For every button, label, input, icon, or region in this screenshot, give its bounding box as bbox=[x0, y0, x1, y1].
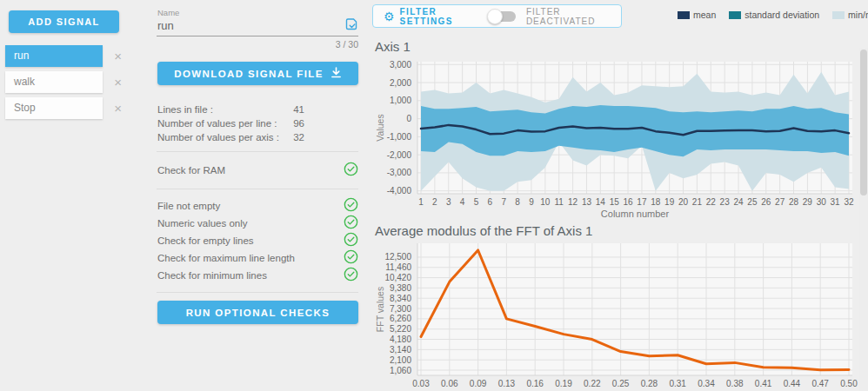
svg-text:-4,000: -4,000 bbox=[387, 186, 412, 196]
svg-text:30: 30 bbox=[817, 197, 827, 207]
save-name-icon[interactable] bbox=[344, 17, 358, 35]
check-passed-icon bbox=[344, 215, 358, 233]
svg-text:0.09: 0.09 bbox=[470, 379, 487, 388]
svg-text:-1,000: -1,000 bbox=[387, 132, 412, 142]
filter-settings-button[interactable]: FILTER SETTINGS bbox=[400, 7, 474, 26]
svg-text:22: 22 bbox=[706, 197, 717, 207]
run-optional-checks-button[interactable]: RUN OPTIONAL CHECKS bbox=[157, 301, 358, 324]
svg-text:27: 27 bbox=[775, 197, 785, 207]
svg-text:21: 21 bbox=[692, 197, 703, 207]
stat-row: Number of values per line :96 bbox=[157, 116, 358, 130]
svg-text:0.34: 0.34 bbox=[698, 379, 715, 388]
divider bbox=[157, 189, 358, 189]
stat-value: 32 bbox=[282, 132, 304, 142]
svg-text:15: 15 bbox=[610, 197, 620, 207]
file-check-label: Check for maximum line length bbox=[157, 253, 344, 263]
delete-signal-icon[interactable]: × bbox=[114, 50, 124, 63]
signal-item-Stop[interactable]: Stop bbox=[5, 97, 103, 119]
ram-check-label: Check for RAM bbox=[157, 165, 344, 176]
scrollbar-thumb[interactable] bbox=[860, 50, 867, 196]
stat-label: Number of values per axis : bbox=[157, 132, 282, 142]
svg-text:0.50: 0.50 bbox=[840, 379, 858, 388]
name-field-label: Name bbox=[157, 8, 179, 17]
legend-swatch bbox=[832, 11, 845, 19]
svg-text:23: 23 bbox=[720, 197, 731, 207]
svg-text:5: 5 bbox=[474, 197, 479, 207]
svg-text:2,000: 2,000 bbox=[390, 78, 411, 88]
legend-swatch bbox=[678, 11, 690, 19]
download-button-label: DOWNLOAD SIGNAL FILE bbox=[174, 69, 324, 79]
filter-toggle-knob bbox=[487, 9, 503, 24]
svg-text:9: 9 bbox=[529, 197, 534, 207]
svg-text:6: 6 bbox=[488, 197, 493, 207]
check-passed-icon bbox=[344, 249, 358, 268]
svg-text:0.38: 0.38 bbox=[726, 379, 744, 388]
svg-text:19: 19 bbox=[664, 197, 675, 207]
svg-text:26: 26 bbox=[761, 197, 771, 207]
svg-text:-2,000: -2,000 bbox=[387, 150, 412, 160]
check-passed-icon bbox=[344, 197, 358, 215]
svg-text:0.06: 0.06 bbox=[441, 379, 458, 388]
signal-row: run× bbox=[5, 45, 124, 67]
file-check-label: Check for minimum lines bbox=[157, 270, 344, 281]
file-check-row: Check for empty lines bbox=[157, 232, 358, 249]
svg-text:28: 28 bbox=[789, 197, 799, 207]
delete-signal-icon[interactable]: × bbox=[114, 76, 124, 89]
filter-settings-bar: ⚙ FILTER SETTINGS FILTER DEACTIVATED bbox=[372, 4, 622, 28]
svg-text:8: 8 bbox=[515, 197, 520, 207]
svg-text:12: 12 bbox=[568, 197, 578, 207]
svg-text:11,460: 11,460 bbox=[385, 262, 411, 272]
svg-text:24: 24 bbox=[733, 197, 744, 207]
divider bbox=[157, 151, 358, 152]
svg-text:0.13: 0.13 bbox=[498, 379, 516, 388]
svg-text:31: 31 bbox=[831, 197, 841, 207]
download-icon bbox=[331, 67, 342, 80]
svg-text:1: 1 bbox=[418, 197, 424, 207]
file-check-row: Check for minimum lines bbox=[157, 267, 358, 284]
legend-item: mean bbox=[678, 10, 716, 20]
svg-text:18: 18 bbox=[651, 197, 661, 207]
gear-icon: ⚙ bbox=[384, 10, 395, 23]
name-input[interactable] bbox=[157, 19, 336, 32]
delete-signal-icon[interactable]: × bbox=[114, 102, 124, 115]
svg-text:2,100: 2,100 bbox=[390, 355, 411, 365]
legend-label: mean bbox=[693, 10, 716, 20]
signal-item-walk[interactable]: walk bbox=[5, 71, 103, 93]
svg-text:0.28: 0.28 bbox=[641, 379, 658, 388]
svg-text:9,380: 9,380 bbox=[390, 283, 411, 293]
signal-row: walk× bbox=[5, 71, 124, 93]
svg-text:0.25: 0.25 bbox=[612, 379, 630, 388]
file-check-label: Check for empty lines bbox=[157, 235, 344, 246]
svg-text:32: 32 bbox=[844, 197, 854, 207]
svg-text:4,180: 4,180 bbox=[390, 335, 411, 344]
signal-item-run[interactable]: run bbox=[5, 45, 103, 67]
legend-item: min/max bbox=[832, 10, 868, 20]
svg-text:8,340: 8,340 bbox=[390, 294, 411, 303]
svg-text:1,000: 1,000 bbox=[390, 96, 411, 105]
legend-swatch bbox=[729, 11, 741, 19]
svg-text:10,420: 10,420 bbox=[384, 273, 411, 282]
svg-text:0: 0 bbox=[406, 114, 411, 123]
svg-text:0.19: 0.19 bbox=[555, 379, 572, 388]
filter-toggle[interactable] bbox=[490, 11, 516, 22]
check-passed-icon bbox=[344, 232, 358, 250]
file-check-label: File not empty bbox=[157, 201, 344, 211]
svg-text:16: 16 bbox=[624, 197, 634, 207]
svg-text:FFT values: FFT values bbox=[375, 287, 385, 332]
stat-row: Number of values per axis :32 bbox=[157, 130, 358, 144]
stat-label: Number of values per line : bbox=[157, 118, 282, 129]
svg-text:3,000: 3,000 bbox=[390, 60, 411, 70]
axis1-chart-title: Axis 1 bbox=[375, 39, 411, 54]
download-signal-file-button[interactable]: DOWNLOAD SIGNAL FILE bbox=[157, 62, 358, 85]
svg-text:0.31: 0.31 bbox=[669, 379, 686, 388]
legend-label: standard deviation bbox=[744, 10, 819, 20]
stat-value: 96 bbox=[282, 118, 304, 129]
svg-text:29: 29 bbox=[803, 197, 813, 207]
svg-text:0.47: 0.47 bbox=[811, 379, 829, 388]
chart-legend: meanstandard deviationmin/max bbox=[678, 10, 868, 20]
svg-text:0.03: 0.03 bbox=[412, 379, 430, 388]
ram-check-row: Check for RAM bbox=[157, 162, 358, 179]
svg-text:0.22: 0.22 bbox=[584, 379, 601, 388]
legend-item: standard deviation bbox=[729, 10, 819, 20]
svg-text:14: 14 bbox=[596, 197, 606, 207]
